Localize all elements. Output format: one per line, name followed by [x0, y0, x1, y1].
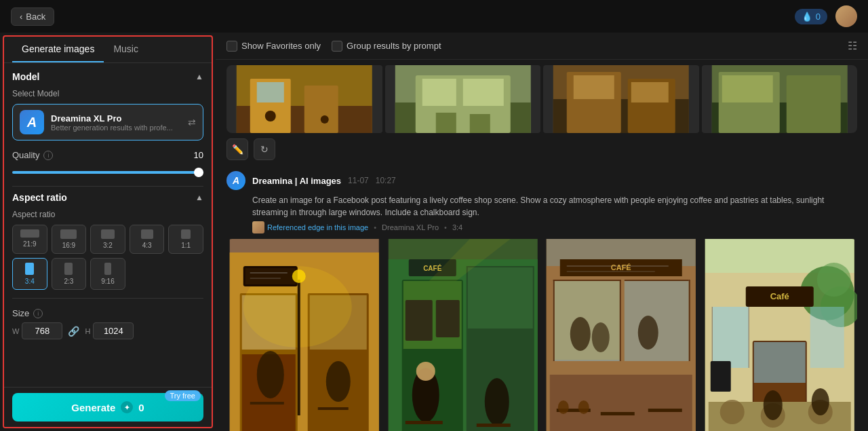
svg-text:Café: Café — [770, 291, 789, 301]
chevron-left-icon: ‹ — [20, 12, 22, 22]
msg-date-1: 11-07 — [348, 176, 369, 185]
meta-sep-1: • — [374, 223, 376, 231]
group-by-prompt-toggle[interactable]: Group results by prompt — [332, 41, 441, 52]
tab-music[interactable]: Music — [104, 37, 148, 62]
svg-rect-83 — [601, 412, 635, 415]
avatar[interactable] — [835, 5, 857, 27]
aspect-btn-3-4[interactable]: 3:4 — [12, 258, 47, 290]
aspect-btn-4-3[interactable]: 4:3 — [130, 225, 165, 254]
size-info-icon[interactable]: i — [33, 309, 43, 318]
svg-rect-70 — [689, 280, 690, 361]
svg-rect-58 — [405, 421, 442, 424]
back-button[interactable]: ‹ Back — [11, 7, 54, 26]
width-input[interactable] — [22, 322, 62, 339]
strip-img-1 — [226, 65, 382, 133]
meta-ratio-1: 3:4 — [452, 223, 462, 231]
model-collapse-icon[interactable]: ▲ — [195, 72, 203, 81]
ref-edge-label-1: Referenced edge in this image — [267, 223, 368, 231]
aspect-btn-3-2[interactable]: 3:2 — [90, 225, 125, 254]
svg-rect-23 — [786, 75, 840, 133]
refresh-button-1[interactable]: ↻ — [254, 138, 275, 160]
svg-rect-71 — [553, 280, 621, 281]
quality-info-icon[interactable]: i — [43, 151, 53, 160]
credits-count: 0 — [816, 12, 821, 22]
svg-rect-81 — [550, 375, 692, 431]
divider-2 — [12, 298, 203, 299]
svg-point-107 — [811, 388, 829, 415]
svg-rect-69 — [620, 280, 621, 361]
content-scroll: ✏️ ↻ A Dreamina | AI images 11-07 10:27 … — [216, 60, 868, 431]
select-model-label: Select Model — [12, 89, 203, 98]
aspect-btn-1-1[interactable]: 1:1 — [168, 225, 203, 254]
svg-rect-37 — [250, 402, 284, 405]
model-card[interactable]: A Dreamina XL Pro Better generation resu… — [12, 104, 203, 140]
aspect-empty-1 — [130, 258, 165, 290]
strip-img-2 — [385, 65, 541, 133]
ref-edge-1[interactable]: Referenced edge in this image — [252, 221, 368, 233]
svg-rect-19 — [631, 82, 669, 102]
topbar: ‹ Back 💧 0 — [0, 0, 868, 33]
model-swap-icon[interactable]: ⇄ — [188, 117, 196, 128]
generate-area: Try free Generate ✦ 0 — [4, 387, 212, 427]
coffee-grid: CAFÉ — [226, 239, 857, 431]
size-label: Size — [12, 308, 29, 318]
tab-generate-images[interactable]: Generate images — [12, 37, 104, 62]
svg-point-103 — [719, 400, 744, 424]
aspect-btn-9-16[interactable]: 9:16 — [90, 258, 125, 290]
save-icon[interactable]: ☷ — [848, 39, 857, 52]
quality-value: 10 — [194, 150, 203, 160]
aspect-shape-3-4 — [25, 263, 34, 275]
group-by-prompt-checkbox[interactable] — [332, 41, 342, 52]
size-row-header: Size i — [12, 308, 203, 318]
group-by-prompt-label: Group results by prompt — [347, 41, 441, 51]
svg-rect-59 — [476, 424, 510, 427]
sidebar: Generate images Music Model ▲ Select Mod… — [3, 35, 213, 428]
back-label: Back — [26, 12, 45, 22]
svg-text:CAFÉ: CAFÉ — [611, 263, 631, 271]
width-label: W — [12, 327, 19, 335]
svg-point-92 — [816, 263, 850, 297]
quality-slider[interactable] — [12, 171, 203, 174]
model-info: Dreamina XL Pro Better generation result… — [51, 113, 181, 132]
svg-rect-10 — [422, 79, 456, 106]
svg-rect-99 — [748, 307, 749, 368]
aspect-ratio-section-header: Aspect ratio ▲ — [12, 192, 203, 203]
aspect-ratio-collapse-icon[interactable]: ▲ — [195, 193, 203, 202]
aspect-empty-2 — [168, 258, 203, 290]
svg-point-76 — [638, 316, 658, 350]
show-favorites-label: Show Favorites only — [241, 41, 321, 51]
svg-rect-11 — [462, 79, 503, 106]
height-input[interactable] — [93, 322, 134, 339]
show-favorites-toggle[interactable]: Show Favorites only — [226, 41, 321, 52]
topbar-left: ‹ Back — [11, 7, 54, 26]
svg-point-75 — [592, 322, 610, 352]
link-dimensions-icon[interactable]: 🔗 — [68, 326, 79, 337]
svg-rect-108 — [710, 361, 730, 392]
svg-point-36 — [326, 361, 351, 402]
aspect-ratio-title: Aspect ratio — [12, 192, 67, 203]
strip-img-4 — [702, 65, 858, 133]
generate-label: Generate — [71, 402, 115, 413]
msg-avatar-1: A — [226, 171, 245, 190]
show-favorites-checkbox[interactable] — [226, 41, 237, 52]
aspect-shape-16-9 — [60, 229, 77, 239]
aspect-btn-21-9[interactable]: 21:9 — [12, 225, 47, 254]
main-layout: Generate images Music Model ▲ Select Mod… — [0, 33, 868, 431]
aspect-shape-21-9 — [20, 229, 39, 238]
svg-rect-97 — [810, 307, 844, 368]
credits-icon: 💧 — [802, 12, 812, 22]
credits-badge[interactable]: 💧 0 — [795, 9, 827, 24]
aspect-shape-4-3 — [141, 229, 153, 239]
svg-rect-38 — [318, 407, 349, 410]
edit-button-1[interactable]: ✏️ — [226, 138, 248, 160]
try-free-badge: Try free — [165, 390, 201, 401]
aspect-btn-2-3[interactable]: 2:3 — [52, 258, 87, 290]
svg-rect-60 — [403, 281, 461, 349]
meta-model-1: Dreamina XL Pro — [382, 223, 439, 231]
height-label: H — [85, 327, 90, 335]
generate-count: 0 — [138, 402, 144, 413]
aspect-btn-16-9[interactable]: 16:9 — [52, 225, 87, 254]
aspect-ratio-label: Aspect ratio — [12, 210, 203, 219]
svg-rect-73 — [555, 281, 620, 360]
msg-meta-1: Referenced edge in this image • Dreamina… — [226, 221, 857, 233]
